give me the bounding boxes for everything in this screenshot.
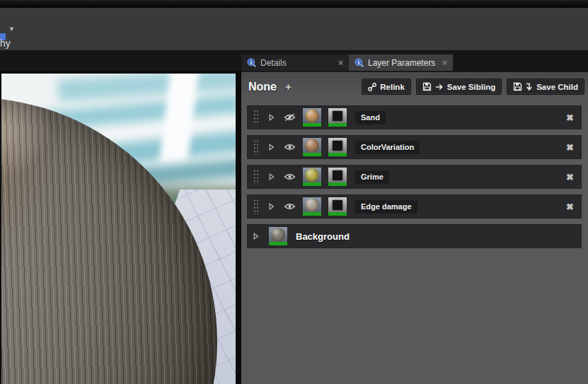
thumbnail-green-bar [328,123,347,127]
tab-label: Layer Parameters [368,58,435,68]
visibility-on-icon[interactable] [283,143,296,151]
drag-handle[interactable] [253,199,259,214]
info-magnifier-icon: i [354,58,364,67]
toolbar-partial-button[interactable]: hy [0,37,11,49]
tab-close-icon[interactable]: × [442,58,447,68]
tab-label: Details [260,58,287,68]
layer-thumbnail-mask[interactable] [328,108,347,127]
thumbnail-green-bar [303,182,321,186]
visibility-on-icon[interactable] [283,173,296,181]
layer-thumbnail-sphere[interactable] [269,227,287,245]
info-magnifier-icon: i [247,58,256,67]
visibility-on-icon[interactable] [283,202,296,211]
button-label: Relink [380,83,405,91]
tab-close-icon[interactable]: × [338,58,343,68]
layer-thumbnail-sphere[interactable] [303,138,321,156]
visibility-off-icon[interactable] [283,113,296,122]
thumbnail-green-bar [328,212,347,216]
remove-layer-icon[interactable]: ✖ [566,112,574,123]
thumbnail-green-bar [328,153,347,156]
save-sibling-button[interactable]: Save Sibling [416,78,502,95]
expand-arrow-icon[interactable] [269,203,275,210]
tab-details[interactable]: i Details × [241,54,349,71]
layer-thumbnail-mask[interactable] [328,197,347,216]
window-top-bar [0,0,588,8]
layer-stack: Sand ✖ ColorVar [241,101,588,248]
expand-arrow-icon[interactable] [269,173,275,180]
application-window: ▼ hy i Details × i Layer Parameters × [0,0,588,384]
arrow-down-icon [526,83,533,91]
layer-row-sand[interactable]: Sand ✖ [247,105,582,129]
layer-name-chip[interactable]: Edge damage [355,200,417,214]
editor-toolbar: ▼ hy [0,8,588,52]
link-icon [368,83,376,91]
thumbnail-green-bar [303,212,321,216]
tab-layer-parameters[interactable]: i Layer Parameters × [349,54,453,71]
expand-arrow-icon[interactable] [253,233,259,240]
button-label: Save Sibling [447,83,495,91]
layer-thumbnail-mask[interactable] [328,138,347,156]
chevron-down-icon[interactable]: ▼ [8,25,15,33]
layer-row-edge-damage[interactable]: Edge damage ✖ [247,194,582,219]
remove-layer-icon[interactable]: ✖ [566,202,574,212]
thumbnail-green-bar [303,123,321,127]
thumbnail-green-bar [328,182,347,186]
layer-thumbnail-sphere[interactable] [303,168,321,186]
remove-layer-icon[interactable]: ✖ [566,142,574,153]
drag-handle[interactable] [253,110,259,125]
drag-handle[interactable] [253,139,259,155]
layer-thumbnail-sphere[interactable] [303,108,321,127]
button-label: Save Child [536,83,578,91]
panel-header: None + Relink [241,72,588,101]
expand-arrow-icon[interactable] [269,144,275,151]
layer-thumbnail-sphere[interactable] [303,197,321,216]
viewport-panel-divider[interactable] [236,71,241,384]
save-child-button[interactable]: Save Child [507,78,584,95]
background-layer-label: Background [296,231,350,242]
expand-arrow-icon[interactable] [269,114,275,121]
layer-name-chip[interactable]: ColorVariation [355,141,420,154]
layer-name-chip[interactable]: Sand [355,111,386,124]
layer-row-grime[interactable]: Grime ✖ [247,165,582,189]
arrow-right-icon [435,83,444,91]
layer-thumbnail-mask[interactable] [328,168,347,186]
layer-row-colorvariation[interactable]: ColorVariation ✖ [247,135,582,159]
material-preview-viewport[interactable] [0,71,236,384]
thumbnail-green-bar [303,153,321,156]
asset-name-label: None [248,81,277,93]
thumbnail-green-bar [269,242,287,245]
panel-tab-bar: i Details × i Layer Parameters × [0,52,588,71]
layer-name-chip[interactable]: Grime [355,170,389,184]
add-layer-button[interactable]: + [285,81,292,93]
relink-button[interactable]: Relink [362,78,411,95]
save-icon [422,82,432,91]
layer-row-background[interactable]: Background [247,224,582,248]
remove-layer-icon[interactable]: ✖ [566,172,574,182]
save-icon [513,82,522,91]
drag-handle[interactable] [253,169,259,185]
layer-parameters-panel: None + Relink [241,71,588,384]
